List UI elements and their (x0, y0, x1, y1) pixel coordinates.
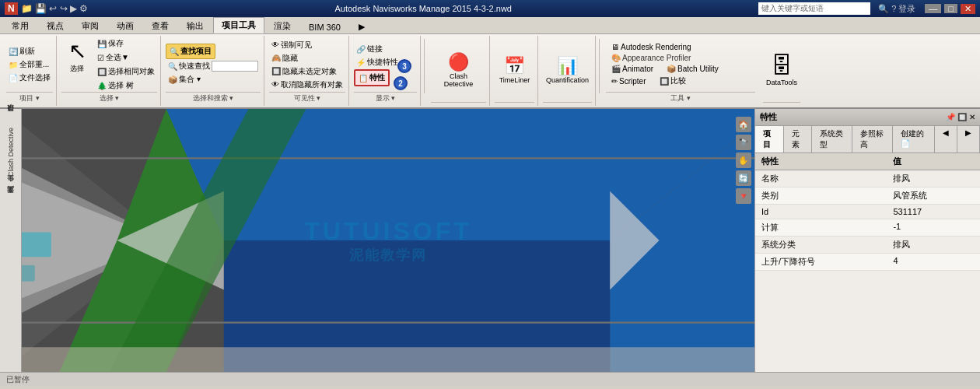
property-value: 4 (887, 254, 980, 271)
panel-tab-created[interactable]: 创建的📄 (893, 126, 935, 152)
ribbon: 🔄刷新 📁全部重... 📄文件选择 项目 ▾ ↖ 选择 💾保存 ☑全选▼ 🔲选择… (0, 34, 980, 109)
sidebar-item-clash[interactable]: Clash Detective (5, 123, 16, 181)
btn-file-select[interactable]: 📄文件选择 (6, 72, 53, 84)
btn-timeliner[interactable]: 📅 TimeLiner (496, 54, 534, 86)
table-row: Id531117 (755, 205, 980, 219)
btn-quick-props[interactable]: ⚡快捷特性 (354, 56, 401, 68)
tab-chakan[interactable]: 查看 (143, 18, 177, 33)
btn-animator[interactable]: 🎬Animator (609, 64, 656, 74)
viewport-btn-2[interactable]: 🔭 (736, 135, 751, 150)
panel-tab-ref-level[interactable]: 参照标高 (852, 126, 893, 152)
viewport-toolbar: 🏠 🔭 ✋ 🔄 🔻 (736, 117, 751, 204)
ribbon-group-display: 🔗链接 ⚡快捷特性 📋特性 显示 ▾ 2 3 (351, 36, 421, 106)
btn-hide[interactable]: 🙈隐藏 (269, 52, 300, 65)
group-label-datatools (763, 102, 800, 104)
tab-donghua[interactable]: 动画 (108, 18, 142, 33)
panel-restore[interactable]: 🔲 (957, 113, 967, 121)
titlebar-controls: 键入关键字或短语 🔍 ? 登录 — □ ✕ (758, 2, 975, 15)
btn-scripter[interactable]: ✏Scripter (609, 76, 648, 86)
callout-3: 3 (397, 59, 411, 73)
tab-changyong[interactable]: 常用 (3, 18, 37, 33)
titlebar-minimize[interactable]: — (925, 4, 941, 13)
btn-reload-all[interactable]: 📁全部重... (6, 58, 53, 71)
btn-select-tree[interactable]: 🌲选择 树 (95, 79, 157, 92)
btn-select[interactable]: ↖ 选择 (61, 37, 93, 76)
ribbon-group-animator-etc: 🖥Autodesk Rendering 🎨Appearance Profiler… (603, 36, 758, 106)
group-label-display: 显示 ▾ (354, 92, 417, 104)
panel-tab-next[interactable]: ▶ (957, 126, 980, 152)
panel-pin[interactable]: 📌 (946, 113, 955, 121)
property-name: 上升/下降符号 (755, 254, 887, 271)
tab-bim360[interactable]: BIM 360 (300, 20, 349, 33)
btn-clash-detective[interactable]: 🔴 ClashDetective (436, 50, 482, 90)
sidebar-item-collection[interactable]: 集合 (4, 183, 17, 192)
property-value: 531117 (887, 205, 980, 219)
main-area: 项目目录 Clash Detective 集合 测量工具 (0, 109, 980, 372)
btn-show-all[interactable]: 👁取消隐藏所有对象 (269, 79, 345, 91)
btn-autodesk-rendering[interactable]: 🖥Autodesk Rendering (609, 42, 694, 52)
btn-find-item[interactable]: 🔍查找项目 (166, 44, 215, 59)
callout-2: 2 (394, 76, 408, 90)
table-row: 名称排风 (755, 170, 980, 187)
statusbar: 已暂停 (0, 372, 980, 386)
btn-batch-utility[interactable]: 📦Batch Utility (664, 64, 721, 74)
quick-access-icons: 📁 💾 ↩ ↪ ▶ ⚙ (21, 3, 89, 14)
svg-rect-19 (22, 265, 35, 282)
viewport-btn-1[interactable]: 🏠 (736, 117, 751, 132)
tab-more[interactable]: ▶ (350, 19, 373, 33)
panel-tab-system-type[interactable]: 系统类型 (812, 126, 852, 152)
btn-properties[interactable]: 📋特性 (354, 69, 390, 86)
tab-shidian[interactable]: 视点 (38, 18, 72, 33)
btn-compare[interactable]: 🔲比较 (657, 75, 688, 87)
tab-shenyue[interactable]: 审阅 (73, 18, 107, 33)
ribbon-tabs: 常用 视点 审阅 动画 查看 输出 项目工具 渲染 BIM 360 ▶ (0, 17, 980, 34)
search-box-title[interactable]: 键入关键字或短语 (758, 2, 870, 15)
btn-appearance-profiler[interactable]: 🎨Appearance Profiler (609, 53, 693, 63)
ribbon-group-datatools: 🗄 DataTools (760, 36, 803, 106)
col-header-property: 特性 (755, 153, 887, 170)
btn-collection[interactable]: 📦集合 ▾ (166, 73, 203, 86)
panel-tab-yuansu[interactable]: 元素 (784, 126, 813, 152)
btn-select-all[interactable]: ☑全选▼ (95, 51, 157, 64)
group-label-search: 选择和搜索 ▾ (166, 92, 261, 104)
table-row: 系统分类排风 (755, 237, 980, 254)
quick-find-input[interactable] (212, 61, 258, 72)
sidebar-item-measure[interactable]: 测量工具 (4, 194, 17, 203)
btn-hide-unselected[interactable]: 🔲隐藏未选定对象 (269, 65, 339, 78)
ribbon-group-timeliner: 📅 TimeLiner (492, 36, 538, 106)
properties-table: 特性 值 名称排风类别风管系统Id531117计算-1系统分类排风上升/下降符号… (755, 153, 980, 271)
btn-datatools[interactable]: 🗄 DataTools (763, 51, 800, 89)
left-sidebar: 项目目录 Clash Detective 集合 测量工具 (0, 109, 22, 372)
group-label-timeliner (495, 102, 534, 104)
titlebar-close[interactable]: ✕ (961, 4, 975, 14)
btn-link[interactable]: 🔗链接 (354, 43, 385, 55)
btn-refresh[interactable]: 🔄刷新 (6, 45, 53, 58)
titlebar-maximize[interactable]: □ (944, 4, 957, 13)
viewport-btn-4[interactable]: 🔄 (736, 170, 751, 186)
panel-close[interactable]: ✕ (969, 113, 975, 121)
ribbon-group-tools-left: 🔴 ClashDetective (428, 36, 490, 106)
tab-xiangmugongju[interactable]: 项目工具 (213, 17, 264, 33)
panel-content: 特性 值 名称排风类别风管系统Id531117计算-1系统分类排风上升/下降符号… (755, 153, 980, 372)
titlebar-left: N 📁 💾 ↩ ↪ ▶ ⚙ (5, 2, 88, 15)
btn-save[interactable]: 💾保存 (95, 37, 157, 50)
sidebar-item-project-tree[interactable]: 项目目录 (4, 112, 17, 121)
tab-xuanran[interactable]: 渲染 (265, 18, 299, 33)
property-name: 计算 (755, 219, 887, 237)
group-label-xuanze: 选择 ▾ (61, 92, 157, 104)
divider-1 (424, 39, 425, 93)
btn-force-visible[interactable]: 👁强制可见 (269, 39, 314, 51)
viewport-btn-3[interactable]: ✋ (736, 152, 751, 168)
tab-shuchu[interactable]: 输出 (178, 18, 212, 33)
btn-quantification[interactable]: 📊 Quantification (543, 54, 592, 86)
group-label-quantification (543, 102, 592, 104)
viewport[interactable]: TUTUISOFT 泥能教学网 🏠 🔭 ✋ 🔄 🔻 (22, 109, 754, 372)
viewport-svg (22, 109, 754, 372)
btn-select-same[interactable]: 🔲选择相同对象 (95, 65, 157, 78)
panel-tab-xiangmu[interactable]: 项目 (755, 126, 784, 152)
property-value: 风管系统 (887, 187, 980, 205)
btn-quick-find[interactable]: 🔍快速查找 (166, 60, 261, 72)
panel-title: 特性 (760, 111, 777, 123)
viewport-btn-5[interactable]: 🔻 (736, 188, 751, 204)
panel-tab-prev[interactable]: ◀ (935, 126, 957, 152)
